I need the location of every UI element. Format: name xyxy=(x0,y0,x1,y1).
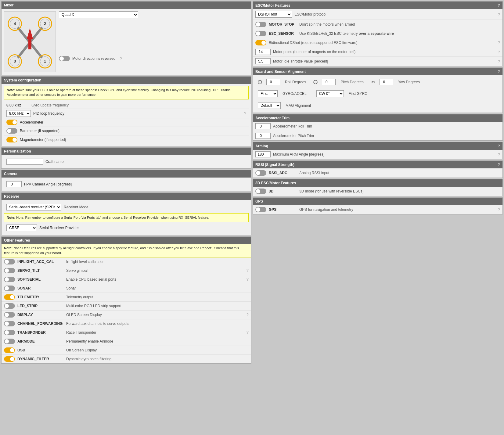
board-alignment-help-icon[interactable]: ? xyxy=(498,69,500,74)
roll-input[interactable] xyxy=(266,79,280,85)
other-features-note-text: Not all features are supported by all fl… xyxy=(4,246,239,254)
receiver-note: Note: Note: Remember to configure a Seri… xyxy=(4,213,249,222)
led-strip-desc: Multi-color RGB LED strip support xyxy=(66,304,249,308)
rpy-row: Roll Degrees Pitch Degrees Yaw Degrees xyxy=(255,78,500,87)
esc-3d-content: 3D 3D mode (for use with reversible ESCs… xyxy=(253,187,502,196)
display-help-icon[interactable]: ? xyxy=(247,312,249,317)
gps-name: GPS xyxy=(269,207,299,212)
other-features-content: Note: Not all features are supported by … xyxy=(2,244,251,363)
sonar-toggle[interactable] xyxy=(4,286,15,291)
max-arm-angle-row: Maximum ARM Angle [degrees] ? xyxy=(253,150,502,159)
max-arm-angle-input[interactable] xyxy=(255,151,271,157)
pitch-input[interactable] xyxy=(322,79,336,85)
feature-row-led-strip: LED_STRIP Multi-color RGB LED strip supp… xyxy=(2,302,251,311)
rssi-adc-toggle[interactable] xyxy=(255,170,266,176)
fpv-angle-input[interactable] xyxy=(6,181,22,187)
esc-motor-panel: ESC/Motor Features ? DSHOT600 DSHOT300 D… xyxy=(253,1,503,66)
gps-label: GPS for navigation and telemetry xyxy=(299,207,496,212)
quad-type-select[interactable]: Quad X Tricopter Quad + Bicopter Hex + H… xyxy=(59,11,138,18)
accelerometer-toggle[interactable] xyxy=(6,120,17,125)
transponder-toggle[interactable] xyxy=(4,330,15,335)
dynamic-filter-name: DYNAMIC_FILTER xyxy=(17,357,66,361)
first-gyro-select[interactable]: CW 0° CW 90° CW 180° CW 270° CW 0° flip … xyxy=(316,90,344,97)
telemetry-toggle[interactable] xyxy=(4,294,15,300)
camera-title: Camera xyxy=(4,172,17,176)
inflight-acc-cal-name: INFLIGHT_ACC_CAL xyxy=(17,260,66,264)
receiver-mode-row: Serial-based receiver (SPEKSAT, S PPM RX… xyxy=(4,203,249,212)
mag-align-select[interactable]: Default CW 0° CW 90° CW 180° CW 270° xyxy=(258,102,281,109)
pitch-trim-input[interactable] xyxy=(255,133,271,139)
esc-3d-title: 3D ESC/Motor Features xyxy=(255,181,296,185)
idle-throttle-help-icon[interactable]: ? xyxy=(498,59,500,64)
servo-tilt-toggle[interactable] xyxy=(4,268,15,273)
other-features-header: Other Features xyxy=(2,237,251,244)
serial-provider-select[interactable]: CRSF SBUS IBUS FPORT xyxy=(6,225,37,231)
channel-forwarding-name: CHANNEL_FORWARDING xyxy=(17,322,66,326)
dynamic-filter-desc: Dynamic gyro notch filtering xyxy=(66,357,249,361)
pid-freq-help-icon[interactable]: ? xyxy=(244,111,246,116)
softserial-toggle[interactable] xyxy=(4,277,15,282)
pid-freq-select[interactable]: 8.00 kHz 4.00 kHz 2.00 kHz 1.00 kHz xyxy=(6,110,31,117)
gyro-accel-select[interactable]: First Second xyxy=(258,90,278,97)
esc-sensor-row: ESC_SENSOR Use KISS/BLHeli_32 ESC teleme… xyxy=(253,29,502,38)
craft-name-input[interactable] xyxy=(6,159,43,165)
roll-trim-input[interactable] xyxy=(255,123,271,129)
gps-toggle[interactable] xyxy=(255,207,266,212)
camera-panel: Camera FPV Camera Angle [degrees] xyxy=(1,170,251,191)
servo-tilt-name: SERVO_TILT xyxy=(17,268,66,273)
motor-direction-help-icon[interactable]: ? xyxy=(120,56,122,61)
barometer-toggle[interactable] xyxy=(6,128,17,134)
accel-trim-header: Accelerometer Trim xyxy=(253,114,502,122)
esc-protocol-label: ESC/Motor protocol xyxy=(294,12,496,16)
inflight-acc-cal-toggle[interactable] xyxy=(4,259,15,264)
display-toggle[interactable] xyxy=(4,312,15,318)
osd-toggle[interactable] xyxy=(4,347,15,353)
airmode-toggle[interactable] xyxy=(4,339,15,344)
esc-motor-help-icon[interactable]: ? xyxy=(498,3,500,8)
airmode-name: AIRMODE xyxy=(17,339,66,343)
arming-header: Arming ? xyxy=(253,142,502,150)
bidir-dshot-toggle[interactable] xyxy=(255,40,266,45)
arming-panel: Arming ? Maximum ARM Angle [degrees] ? xyxy=(253,142,503,159)
esc-protocol-select[interactable]: DSHOT600 DSHOT300 DSHOT150 MULTISHOT ONE… xyxy=(255,11,292,18)
receiver-content: Serial-based receiver (SPEKSAT, S PPM RX… xyxy=(2,200,251,235)
gps-row: GPS GPS for navigation and telemetry ? xyxy=(253,205,502,214)
arming-help-icon[interactable]: ? xyxy=(498,144,500,148)
mag-align-label: MAG Alignment xyxy=(286,103,311,108)
rssi-adc-name: RSSI_ADC xyxy=(269,171,299,175)
roll-label: Roll Degrees xyxy=(285,80,306,84)
gps-help-icon[interactable]: ? xyxy=(498,207,500,212)
sonar-desc: Sonar xyxy=(66,286,249,290)
accel-trim-content: Accelerometer Roll Trim Accelerometer Pi… xyxy=(253,122,502,140)
rssi-help-icon[interactable]: ? xyxy=(498,162,500,167)
esc-protocol-row: DSHOT600 DSHOT300 DSHOT150 MULTISHOT ONE… xyxy=(253,9,502,20)
feature-row-display: DISPLAY OLED Screen Display ? xyxy=(2,311,251,319)
dynamic-filter-toggle[interactable] xyxy=(4,356,15,362)
receiver-mode-select[interactable]: Serial-based receiver (SPEKSAT, S PPM RX… xyxy=(6,204,61,210)
led-strip-toggle[interactable] xyxy=(4,303,15,309)
barometer-row: Barometer (if supported) xyxy=(4,127,249,135)
serial-provider-row: CRSF SBUS IBUS FPORT Serial Receiver Pro… xyxy=(4,223,249,232)
channel-forwarding-toggle[interactable] xyxy=(4,321,15,326)
servo-tilt-help-icon[interactable]: ? xyxy=(247,268,249,273)
softserial-help-icon[interactable]: ? xyxy=(247,277,249,282)
motor-poles-input[interactable] xyxy=(255,49,271,55)
other-features-title: Other Features xyxy=(4,238,30,243)
arming-title: Arming xyxy=(255,144,268,148)
motor-poles-help-icon[interactable]: ? xyxy=(498,50,500,54)
esc-protocol-help-icon[interactable]: ? xyxy=(498,12,500,17)
yaw-input[interactable] xyxy=(380,79,393,85)
gyro-freq-label: Gyro update frequency xyxy=(31,103,69,107)
motor-stop-name: MOTOR_STOP xyxy=(269,22,299,27)
max-arm-angle-help-icon[interactable]: ? xyxy=(498,152,500,157)
esc-sensor-toggle[interactable] xyxy=(255,31,266,36)
motor-direction-toggle[interactable] xyxy=(59,56,70,61)
magnetometer-toggle[interactable] xyxy=(6,137,17,142)
feature-row-airmode: AIRMODE Permanently enable Airmode xyxy=(2,337,251,346)
transponder-help-icon[interactable]: ? xyxy=(247,330,249,335)
idle-throttle-input[interactable] xyxy=(255,58,271,64)
3d-toggle[interactable] xyxy=(255,189,266,194)
motor-stop-toggle[interactable] xyxy=(255,22,266,27)
system-note-text: Make sure your FC is able to operate at … xyxy=(7,88,231,96)
bidir-dshot-help-icon[interactable]: ? xyxy=(498,40,500,45)
